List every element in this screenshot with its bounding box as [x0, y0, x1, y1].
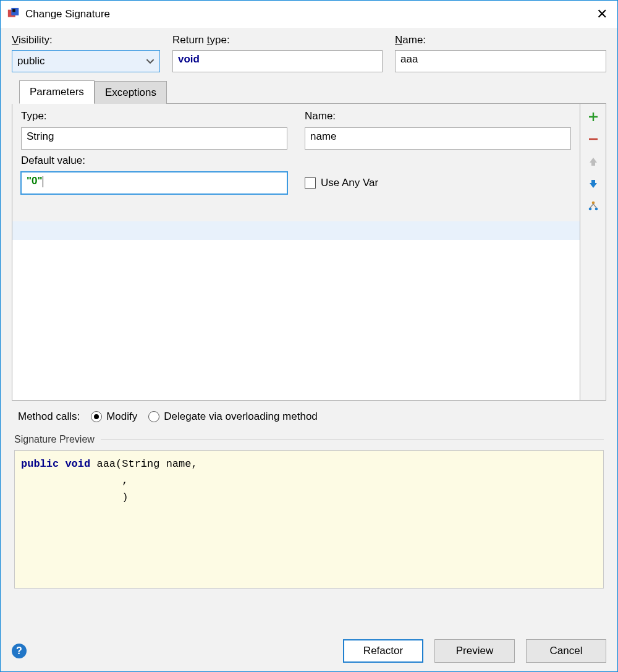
method-calls-label: Method calls:	[18, 410, 80, 423]
use-any-var-checkbox[interactable]	[305, 177, 316, 189]
signature-preview-label: Signature Preview	[14, 434, 95, 445]
visibility-label: Visibility:	[12, 34, 160, 46]
radio-delegate[interactable]: Delegate via overloading method	[148, 410, 318, 423]
move-down-icon[interactable]	[586, 177, 600, 190]
param-type-label: Type:	[21, 110, 287, 122]
app-icon	[7, 7, 20, 21]
svg-point-5	[591, 202, 595, 205]
remove-icon[interactable]	[586, 132, 600, 146]
tab-exceptions[interactable]: Exceptions	[95, 81, 167, 104]
name-label: Name:	[395, 34, 606, 46]
close-icon[interactable]: ✕	[593, 6, 611, 22]
return-type-label: Return type:	[172, 34, 383, 46]
cancel-button[interactable]: Cancel	[526, 639, 606, 663]
name-input[interactable]: aaa	[395, 50, 606, 72]
titlebar: Change Signature ✕	[1, 1, 617, 28]
move-up-icon[interactable]	[586, 155, 600, 168]
visibility-value: public	[17, 55, 44, 67]
param-list-empty	[12, 240, 580, 400]
radio-modify[interactable]: Modify	[91, 410, 137, 423]
refactor-button[interactable]: Refactor	[343, 639, 423, 663]
svg-point-3	[588, 208, 591, 211]
svg-rect-2	[12, 9, 15, 12]
help-icon[interactable]: ?	[12, 644, 27, 658]
propagate-icon[interactable]	[586, 199, 600, 213]
tab-parameters[interactable]: Parameters	[19, 80, 95, 104]
param-default-input[interactable]: "0"	[21, 172, 287, 194]
tabs: Parameters Exceptions	[19, 80, 606, 104]
param-type-input[interactable]: String	[21, 127, 287, 150]
param-name-label: Name:	[305, 110, 571, 122]
use-any-var-label: Use Any Var	[321, 177, 378, 189]
parameters-panel: Type: Name: String name Default value: "…	[12, 104, 606, 401]
param-default-label: Default value:	[21, 155, 287, 167]
param-sidebar	[580, 104, 606, 400]
param-name-input[interactable]: name	[305, 127, 571, 150]
chevron-down-icon	[146, 57, 154, 66]
change-signature-dialog: Change Signature ✕ Visibility: public Re…	[0, 0, 618, 672]
window-title: Change Signature	[25, 8, 110, 20]
return-type-input[interactable]: void	[172, 50, 383, 72]
add-icon[interactable]	[586, 110, 600, 124]
method-calls-row: Method calls: Modify Delegate via overlo…	[12, 401, 606, 429]
svg-point-4	[595, 208, 598, 211]
param-list-selected-row[interactable]	[12, 221, 580, 240]
signature-preview: public void aaa(String name, , )	[14, 450, 604, 589]
preview-button[interactable]: Preview	[434, 639, 515, 663]
visibility-select[interactable]: public	[12, 50, 160, 72]
